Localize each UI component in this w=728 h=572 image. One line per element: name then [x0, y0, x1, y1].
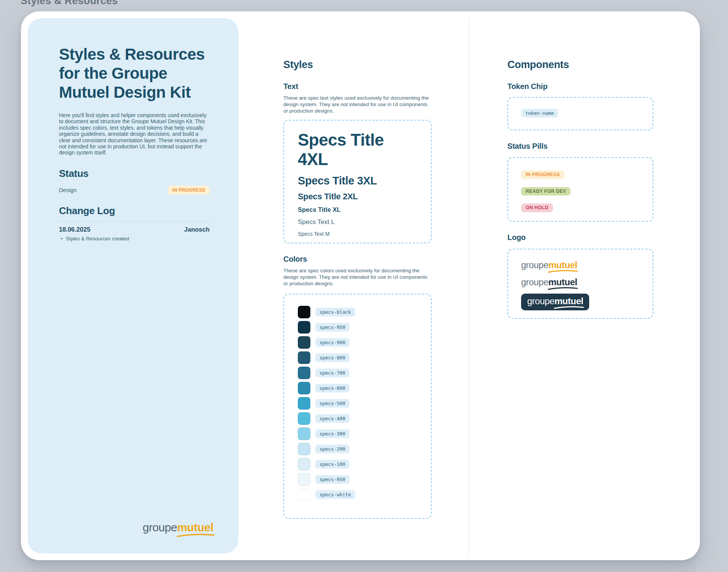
- text-specimen-box: Specs Title 4XL Specs Title 3XL Specs Ti…: [283, 120, 432, 243]
- logo-swoosh-icon: [553, 306, 585, 309]
- color-swatch: [298, 367, 310, 379]
- changelog-entry-header: 18.06.2025 Janosch: [59, 226, 210, 233]
- token-chip: specs-950: [315, 323, 350, 332]
- swatch-row: specs-black: [298, 306, 417, 318]
- token-chip: specs-300: [315, 429, 350, 438]
- logo-section-heading: Logo: [507, 233, 653, 242]
- token-chip: specs-900: [315, 338, 350, 347]
- status-badge: IN PROGRESS: [168, 186, 210, 195]
- swatch-row: specs-300: [298, 427, 417, 440]
- color-swatch: [298, 351, 310, 364]
- color-swatch: [298, 382, 310, 394]
- intro-panel: Styles & Resources for the Groupe Mutuel…: [28, 18, 238, 553]
- logo-swoosh-icon: [547, 287, 579, 290]
- status-pills-box: IN PROGRESS READY FOR DEV ON HOLD: [507, 157, 653, 222]
- swatch-row: specs-600: [298, 382, 417, 394]
- token-chip: specs-200: [315, 445, 350, 453]
- token-chip: specs-400: [315, 414, 350, 423]
- changelog-notes: Styles & Resources created: [59, 235, 210, 242]
- spec-text-l: Specs Text L: [298, 218, 417, 226]
- logo-variant-dark: groupemutuel: [521, 276, 640, 288]
- spec-title-4xl: Specs Title 4XL: [298, 130, 417, 169]
- token-chip: specs-100: [315, 460, 350, 469]
- logo-swoosh-icon: [176, 533, 215, 537]
- status-row: Design IN PROGRESS: [59, 186, 210, 195]
- status-pill-on-hold: ON HOLD: [521, 203, 553, 212]
- logo-text-mutuel: mutuel: [548, 277, 577, 287]
- groupemutuel-logo: groupemutuel: [143, 521, 213, 534]
- token-chip: specs-700: [315, 369, 350, 377]
- page-breadcrumb[interactable]: Styles & Resources: [21, 0, 118, 7]
- logo-text-mutuel: mutuel: [555, 296, 583, 306]
- logo-swoosh-icon: [547, 270, 579, 273]
- logo-text-groupe: groupe: [521, 260, 548, 270]
- token-chip: specs-black: [315, 308, 355, 316]
- swatch-row: specs-200: [298, 443, 417, 455]
- text-section-heading: Text: [283, 82, 432, 91]
- logo-variant-primary: groupemutuel: [521, 259, 640, 271]
- color-swatch: [298, 427, 310, 440]
- logo-text-groupe: groupe: [143, 521, 177, 534]
- token-chip: specs-600: [315, 384, 350, 392]
- spec-text-s: Specs Text S: [298, 242, 417, 243]
- spec-title-3xl: Specs Title 3XL: [298, 175, 417, 187]
- changelog-author: Janosch: [184, 226, 210, 233]
- pill-row: ON HOLD: [521, 203, 640, 220]
- logo-text-mutuel: mutuel: [548, 260, 577, 270]
- token-chip: specs-050: [315, 475, 350, 484]
- color-swatch: [298, 443, 310, 455]
- color-swatch: [298, 397, 310, 410]
- logo-text-mutuel: mutuel: [177, 521, 213, 534]
- changelog-date: 18.06.2025: [59, 226, 91, 233]
- swatch-row: specs-white: [298, 488, 417, 501]
- logo-text-groupe: groupe: [527, 296, 555, 306]
- swatch-row: specs-100: [298, 458, 417, 470]
- spec-title-2xl: Specs Title 2XL: [298, 192, 417, 201]
- status-heading: Status: [59, 168, 210, 180]
- swatch-row: specs-700: [298, 367, 417, 379]
- color-swatch: [298, 458, 310, 470]
- changelog-heading: Change Log: [59, 205, 210, 217]
- changelog-divider: [59, 221, 210, 222]
- color-swatch: [298, 306, 310, 318]
- column-divider: [469, 17, 469, 555]
- color-swatch: [298, 412, 310, 425]
- status-pills-heading: Status Pills: [507, 142, 653, 151]
- components-column: Components Token Chip token-name Status …: [507, 11, 653, 319]
- swatch-row: specs-950: [298, 321, 417, 334]
- logo-variant-inverse: groupemutuel: [521, 294, 589, 310]
- swatch-row: specs-800: [298, 351, 417, 364]
- token-chip: specs-800: [315, 353, 350, 362]
- text-section-description: These are spec text styles used exclusiv…: [283, 95, 432, 114]
- intro-description: Here you'll find styles and helper compo…: [59, 112, 210, 156]
- swatch-row: specs-400: [298, 412, 417, 425]
- changelog-note: Styles & Resources created: [59, 235, 210, 242]
- document-card: Styles & Resources for the Groupe Mutuel…: [21, 11, 700, 560]
- color-swatch: [298, 336, 310, 349]
- swatch-row: specs-050: [298, 473, 417, 486]
- components-heading: Components: [507, 59, 653, 71]
- logo-box: groupemutuel groupemutuel groupemutuel: [507, 249, 653, 319]
- page-title: Styles & Resources for the Groupe Mutuel…: [59, 45, 210, 102]
- colors-section-description: These are spec colors used exclusively f…: [283, 268, 432, 287]
- token-chip-box: token-name: [507, 97, 653, 130]
- swatch-row: specs-500: [298, 397, 417, 410]
- color-specimen-box: specs-black specs-950 specs-900 specs-80…: [283, 294, 432, 519]
- status-pill-in-progress: IN PROGRESS: [521, 170, 564, 179]
- status-label: Design: [59, 187, 77, 193]
- status-pill-ready-for-dev: READY FOR DEV: [521, 187, 571, 196]
- logo-text-groupe: groupe: [521, 277, 548, 287]
- spec-text-m: Specs Text M: [298, 231, 417, 237]
- token-chip-heading: Token Chip: [507, 82, 653, 91]
- color-swatch: [298, 473, 310, 486]
- color-swatch: [298, 321, 310, 334]
- colors-section-heading: Colors: [283, 255, 432, 264]
- styles-column: Styles Text These are spec text styles u…: [283, 11, 432, 519]
- token-chip: specs-500: [315, 399, 350, 408]
- color-swatch: [298, 488, 310, 501]
- token-chip: token-name: [521, 109, 558, 118]
- swatch-row: specs-900: [298, 336, 417, 349]
- styles-heading: Styles: [283, 59, 432, 71]
- pill-row: READY FOR DEV: [521, 187, 640, 204]
- spec-title-xl: Specs Title XL: [298, 206, 417, 214]
